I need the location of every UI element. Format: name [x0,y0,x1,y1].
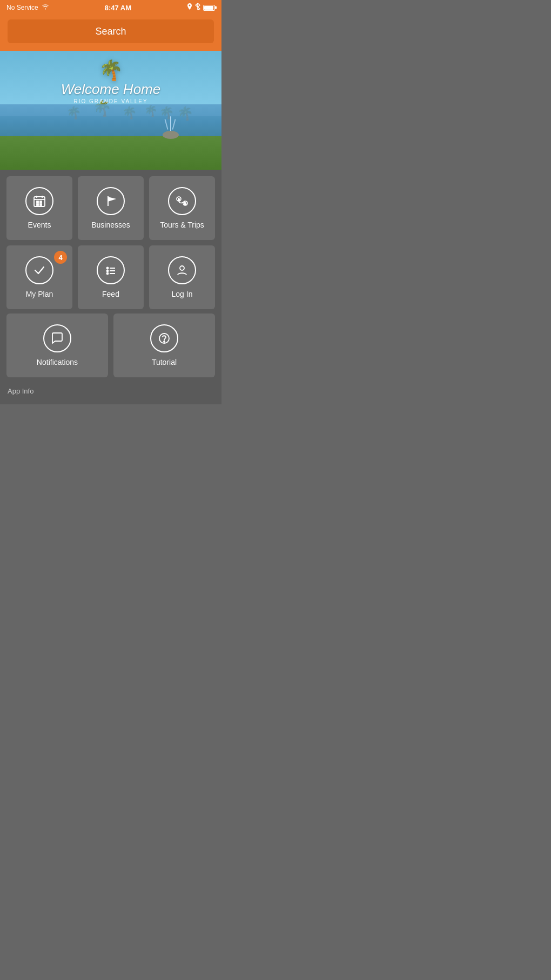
search-bar: Search [0,15,221,51]
svg-rect-0 [34,197,45,206]
palm-logo-icon: 🌴 [61,59,160,82]
status-time: 8:47 AM [105,4,131,12]
businesses-button[interactable]: Businesses [78,176,144,240]
svg-point-15 [107,270,109,272]
list-icon [97,256,125,284]
logo-subtitle: Rio Grande Valley [61,98,160,104]
my-plan-label: My Plan [26,290,53,298]
status-bar: No Service 8:47 AM [0,0,221,15]
ground-grass [0,136,221,170]
tours-trips-label: Tours & Trips [160,221,204,229]
water-reflection [0,104,221,140]
notifications-button[interactable]: Notifications [6,314,108,377]
svg-rect-6 [37,204,38,205]
app-info-footer: App Info [0,383,221,404]
route-icon: A B [168,187,196,215]
svg-rect-5 [40,201,42,203]
tours-trips-button[interactable]: A B Tours & Trips [149,176,215,240]
check-icon [25,256,53,284]
my-plan-button[interactable]: 4 My Plan [6,245,72,309]
svg-point-21 [164,341,165,342]
svg-point-17 [107,273,109,275]
login-button[interactable]: Log In [149,245,215,309]
location-icon [187,3,192,12]
carrier-text: No Service [6,4,38,11]
hero-logo: 🌴 Welcome Home Rio Grande Valley [61,59,160,104]
chat-icon [43,324,71,352]
status-left: No Service [6,4,49,11]
bluetooth-icon [195,3,200,12]
svg-point-13 [107,268,109,269]
status-right [187,3,215,12]
search-label: Search [95,26,126,37]
svg-rect-4 [37,201,38,203]
feed-label: Feed [102,290,119,298]
login-label: Log In [172,290,193,298]
flag-icon [97,187,125,215]
notifications-label: Notifications [37,358,78,366]
wifi-icon [42,4,49,11]
hero-banner: 🌴 🌴 🌴 🌴 🌴 🌴 🌴 Welcome Home Rio Gra [0,51,221,170]
events-button[interactable]: Events [6,176,72,240]
fountain [160,112,182,139]
search-button[interactable]: Search [8,19,214,43]
my-plan-badge: 4 [54,251,67,264]
bottom-grid: Notifications Tutorial [0,314,221,383]
svg-point-19 [180,266,184,270]
logo-text: Welcome Home [61,82,160,97]
tutorial-label: Tutorial [152,358,177,366]
tutorial-button[interactable]: Tutorial [113,314,215,377]
question-icon [150,324,178,352]
events-label: Events [28,221,51,229]
main-grid: Events Businesses A B Tours & Trips 4 [0,170,221,314]
calendar-icon [25,187,53,215]
businesses-label: Businesses [91,221,130,229]
hero-scene: 🌴 🌴 🌴 🌴 🌴 🌴 🌴 Welcome Home Rio Gra [0,51,221,170]
feed-button[interactable]: Feed [78,245,144,309]
app-info-label[interactable]: App Info [8,387,33,395]
battery-icon [203,5,215,11]
person-icon [168,256,196,284]
svg-rect-7 [40,204,42,205]
